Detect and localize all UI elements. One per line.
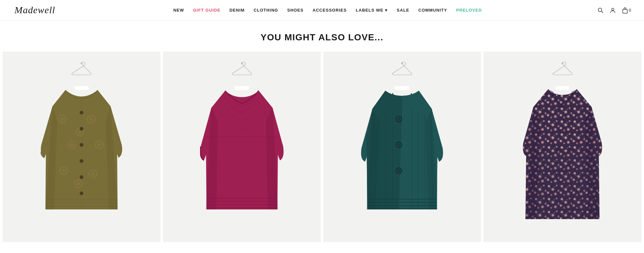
- svg-point-25: [80, 143, 83, 147]
- svg-rect-4: [623, 9, 627, 13]
- svg-point-18: [91, 172, 95, 176]
- product-card-4[interactable]: [484, 52, 641, 242]
- svg-line-2: [601, 11, 603, 13]
- svg-point-28: [80, 192, 83, 195]
- svg-text:Madewell: Madewell: [14, 5, 55, 15]
- svg-rect-6: [74, 86, 89, 90]
- hanger-icon-3: [391, 61, 413, 77]
- nav-gift-guide[interactable]: GIFT GUIDE: [193, 8, 220, 13]
- nav-denim[interactable]: DENIM: [229, 8, 245, 13]
- svg-point-23: [80, 111, 83, 114]
- product-card-2[interactable]: [163, 52, 321, 242]
- logo[interactable]: Madewell: [13, 2, 58, 18]
- svg-point-16: [97, 143, 101, 147]
- svg-point-8: [60, 117, 64, 121]
- garment-1: [40, 80, 123, 219]
- nav-new[interactable]: NEW: [173, 8, 184, 13]
- nav-clothing[interactable]: CLOTHING: [254, 8, 278, 13]
- hanger-icon-2: [231, 61, 253, 77]
- nav-accessories[interactable]: ACCESSORIES: [312, 8, 347, 13]
- hanger-icon-1: [70, 61, 93, 77]
- nav-labels-we-love[interactable]: LABELS WE ♥: [356, 8, 388, 13]
- svg-point-22: [76, 182, 80, 186]
- svg-point-26: [80, 159, 83, 163]
- search-icon[interactable]: [597, 7, 604, 14]
- garment-3: [360, 80, 444, 219]
- svg-rect-37: [395, 86, 409, 90]
- garment-4: [521, 80, 604, 219]
- logo-svg: Madewell: [13, 2, 58, 16]
- garment-2: [200, 80, 284, 219]
- svg-point-14: [89, 117, 93, 121]
- svg-point-3: [611, 8, 614, 10]
- main-nav: NEW GIFT GUIDE DENIM CLOTHING SHOES ACCE…: [58, 8, 597, 13]
- product-grid: [0, 52, 644, 242]
- nav-shoes[interactable]: SHOES: [287, 8, 303, 13]
- svg-point-20: [78, 130, 82, 134]
- section-title: YOU MIGHT ALSO LOVE...: [0, 32, 644, 43]
- header-icons: 0: [597, 7, 631, 14]
- site-header: Madewell NEW GIFT GUIDE DENIM CLOTHING S…: [0, 0, 644, 21]
- nav-sale[interactable]: SALE: [397, 8, 409, 13]
- svg-point-1: [598, 8, 602, 12]
- cart-count: 0: [629, 8, 631, 13]
- svg-rect-71: [555, 86, 570, 90]
- svg-point-24: [80, 127, 83, 130]
- product-card-1[interactable]: [3, 52, 160, 242]
- nav-community[interactable]: COMMUNITY: [418, 8, 447, 13]
- product-card-3[interactable]: [323, 52, 481, 242]
- hanger-icon-4: [551, 61, 574, 77]
- section-title-area: YOU MIGHT ALSO LOVE...: [0, 21, 644, 52]
- nav-preloved[interactable]: PRELOVED: [456, 8, 482, 13]
- svg-point-10: [70, 143, 74, 147]
- cart-icon[interactable]: 0: [622, 7, 631, 14]
- account-icon[interactable]: [610, 7, 616, 14]
- svg-rect-30: [235, 86, 249, 90]
- svg-point-27: [80, 176, 83, 179]
- svg-point-12: [62, 169, 66, 173]
